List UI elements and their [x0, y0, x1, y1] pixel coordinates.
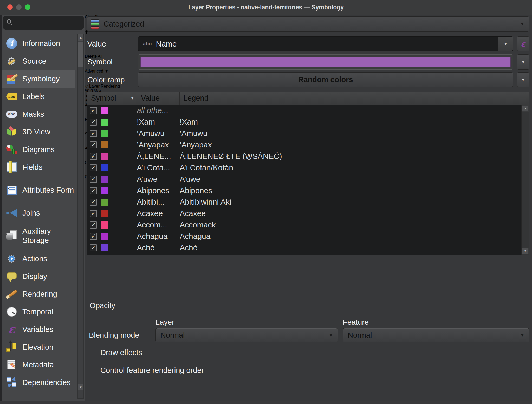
table-row[interactable]: ✓’Amuwu’Amuwu: [87, 128, 521, 139]
metadata-icon: ✎: [6, 359, 18, 371]
sidebar-item-display[interactable]: Display: [2, 268, 75, 285]
table-scrollbar-thumb[interactable]: [522, 113, 529, 125]
table-row[interactable]: ✓!Xam!Xam: [87, 116, 521, 128]
color-ramp-value: Random colors: [298, 75, 353, 84]
renderer-type-select[interactable]: Categorized ▼: [87, 16, 529, 32]
sidebar-item-auxiliary-storage[interactable]: Auxiliary Storage: [2, 222, 75, 250]
row-checkbox[interactable]: ✓: [90, 199, 97, 206]
sidebar-item-metadata[interactable]: ✎ Metadata: [2, 356, 75, 374]
table-row[interactable]: ✓A’uweA’uwe: [87, 173, 521, 185]
table-scroll-up-icon[interactable]: ▲: [522, 105, 529, 112]
table-scroll-down-icon[interactable]: ▼: [522, 248, 529, 254]
sidebar-scrollbar[interactable]: ▲ ▼: [77, 34, 84, 399]
sidebar-item-actions[interactable]: ⚙ Actions: [2, 250, 75, 268]
row-checkbox[interactable]: ✓: [90, 107, 97, 114]
row-color-swatch[interactable]: [101, 107, 108, 114]
chevron-down-icon: ▼: [520, 333, 524, 338]
table-row[interactable]: ✓Abitibi...Abitibiwinni Aki: [87, 196, 521, 208]
minimize-window-button[interactable]: [16, 4, 22, 10]
row-checkbox[interactable]: ✓: [90, 164, 97, 171]
table-row[interactable]: ✓Accom...Accomack: [87, 219, 521, 231]
row-checkbox[interactable]: ✓: [90, 187, 97, 194]
sidebar-item-dependencies[interactable]: Dependencies: [2, 374, 75, 391]
row-color-swatch[interactable]: [101, 153, 108, 160]
symbology-panel: Categorized ▼ Value abc Name ▼ ε Symbol …: [85, 15, 532, 401]
table-row[interactable]: ✓Á,LEṈE...Á,LEṈENEȻ ŁTE (W̱SÁNEĆ): [87, 151, 521, 162]
sidebar-item-information[interactable]: i Information: [2, 35, 75, 52]
sidebar-item-joins[interactable]: Joins: [2, 204, 75, 222]
row-color-swatch[interactable]: [101, 130, 108, 137]
table-row[interactable]: ✓AcaxeeAcaxee: [87, 208, 521, 219]
sidebar-item-rendering[interactable]: Rendering: [2, 285, 75, 303]
row-checkbox[interactable]: ✓: [90, 119, 97, 126]
table-row[interactable]: ✓AchaguaAchagua: [87, 231, 521, 242]
table-row[interactable]: ✓all othe...: [87, 105, 521, 116]
chevron-down-icon: ▼: [329, 333, 333, 338]
sidebar-item-elevation[interactable]: Elevation: [2, 338, 75, 356]
row-color-swatch[interactable]: [101, 119, 108, 126]
sidebar-item-symbology[interactable]: Symbology: [2, 70, 75, 88]
row-color-swatch[interactable]: [101, 210, 108, 217]
row-color-swatch[interactable]: [101, 164, 108, 171]
sidebar-item-fields[interactable]: Fields: [2, 158, 75, 176]
symbol-preview-button[interactable]: [138, 54, 513, 70]
sidebar-item-masks[interactable]: abc Masks: [2, 105, 75, 123]
value-field-dropdown-button[interactable]: ▼: [498, 37, 513, 51]
feature-blending-select[interactable]: Normal ▼: [343, 328, 529, 342]
column-header-value[interactable]: Value: [137, 92, 180, 105]
source-icon: ⚙: [6, 55, 18, 67]
sidebar-scroll-up-icon[interactable]: ▲: [78, 34, 83, 41]
row-color-swatch[interactable]: [101, 221, 108, 229]
sidebar-item-labels[interactable]: abc Labels: [2, 88, 75, 105]
row-color-swatch[interactable]: [101, 199, 108, 206]
row-checkbox[interactable]: ✓: [90, 153, 97, 160]
row-checkbox[interactable]: ✓: [90, 244, 97, 251]
sidebar-item-temporal[interactable]: Temporal: [2, 303, 75, 321]
categories-table: Symbol ▾ Value Legend ✓all othe...✓!Xam!…: [87, 92, 529, 255]
value-field-name: Name: [156, 40, 177, 48]
sidebar-item-source[interactable]: ⚙ Source: [2, 52, 75, 70]
color-ramp-dropdown-button[interactable]: ▼: [517, 72, 529, 87]
column-header-symbol[interactable]: Symbol ▾: [87, 92, 137, 105]
zoom-window-button[interactable]: [25, 4, 30, 10]
column-header-legend[interactable]: Legend: [180, 92, 529, 105]
row-color-swatch[interactable]: [101, 176, 108, 183]
table-row[interactable]: ✓’Anyapax’Anyapax: [87, 139, 521, 151]
sidebar-item-diagrams[interactable]: Diagrams: [2, 141, 75, 158]
sidebar-scroll-down-icon[interactable]: ▼: [78, 384, 83, 390]
collapse-triangle-icon: ▽: [85, 84, 88, 88]
row-checkbox[interactable]: ✓: [90, 130, 97, 137]
row-legend: A’uwe: [180, 175, 521, 184]
row-legend: Á,LEṈENEȻ ŁTE (W̱SÁNEĆ): [180, 152, 521, 161]
expression-builder-button[interactable]: ε: [517, 36, 529, 51]
row-checkbox[interactable]: ✓: [90, 221, 97, 229]
symbol-dropdown-button[interactable]: ▼: [517, 54, 529, 70]
row-checkbox[interactable]: ✓: [90, 210, 97, 217]
close-window-button[interactable]: [7, 4, 13, 10]
row-color-swatch[interactable]: [101, 141, 108, 148]
table-scrollbar[interactable]: ▲ ▼: [521, 105, 529, 255]
masks-icon: abc: [6, 108, 18, 120]
layer-blending-select[interactable]: Normal ▼: [155, 328, 338, 342]
row-color-swatch[interactable]: [101, 233, 108, 240]
value-field-select[interactable]: abc Name ▼: [138, 36, 513, 51]
color-ramp-select[interactable]: Random colors: [138, 72, 513, 87]
sidebar-scrollbar-thumb[interactable]: [78, 42, 83, 67]
table-row[interactable]: ✓A’i Cofá...A’i Cofán/Kofán: [87, 162, 521, 173]
information-icon: i: [6, 37, 18, 49]
row-checkbox[interactable]: ✓: [90, 141, 97, 148]
row-legend: Achagua: [180, 232, 521, 241]
properties-sidebar: i Information ⚙ Source Symbology abc Lab…: [2, 15, 85, 401]
sidebar-search-input[interactable]: [3, 16, 84, 30]
sidebar-item-3d-view[interactable]: 3D View: [2, 123, 75, 141]
row-value: Accom...: [137, 220, 175, 229]
cube-3d-icon: [6, 126, 18, 138]
sidebar-item-variables[interactable]: ε Variables: [2, 321, 75, 338]
sidebar-item-attributes-form[interactable]: Attributes Form: [2, 176, 75, 204]
table-row[interactable]: ✓AchéAché: [87, 242, 521, 253]
row-color-swatch[interactable]: [101, 244, 108, 251]
row-color-swatch[interactable]: [101, 187, 108, 194]
row-checkbox[interactable]: ✓: [90, 176, 97, 183]
table-row[interactable]: ✓AbiponesAbipones: [87, 185, 521, 196]
row-checkbox[interactable]: ✓: [90, 233, 97, 240]
